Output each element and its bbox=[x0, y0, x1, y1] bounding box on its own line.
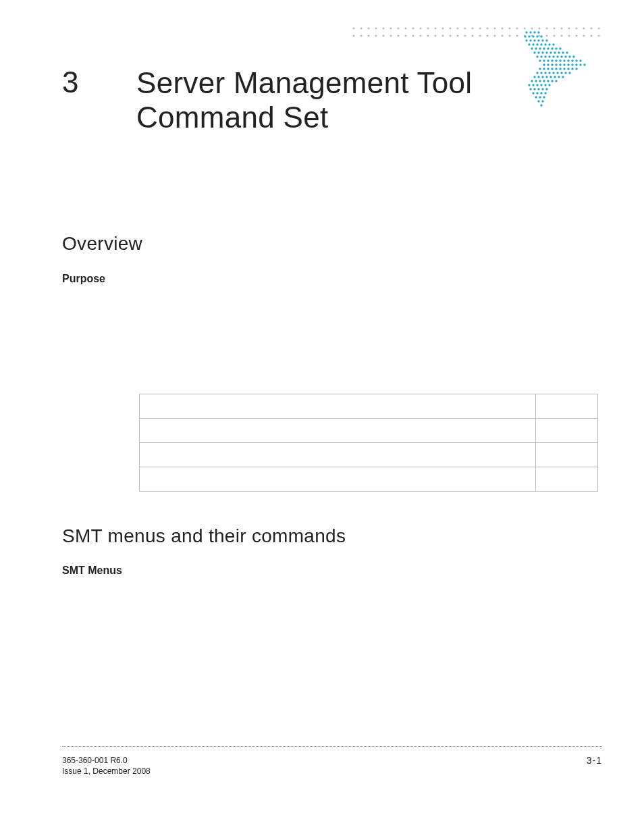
chapter-header: 3 Server Management Tool Command Set bbox=[62, 66, 602, 134]
svg-point-40 bbox=[397, 34, 399, 36]
svg-point-68 bbox=[525, 31, 527, 33]
svg-point-38 bbox=[382, 34, 384, 36]
chapter-number: 3 bbox=[62, 66, 136, 99]
footer-divider bbox=[62, 746, 602, 747]
svg-point-85 bbox=[536, 43, 538, 45]
svg-point-106 bbox=[566, 51, 568, 53]
svg-point-109 bbox=[544, 55, 546, 57]
svg-point-19 bbox=[493, 27, 495, 29]
table-row bbox=[140, 443, 598, 467]
svg-point-44 bbox=[427, 34, 429, 36]
subheading-purpose: Purpose bbox=[62, 273, 105, 285]
svg-point-3 bbox=[375, 27, 377, 29]
svg-point-83 bbox=[528, 43, 530, 45]
table-row bbox=[140, 419, 598, 443]
svg-point-9 bbox=[419, 27, 421, 29]
svg-point-99 bbox=[537, 51, 539, 53]
svg-point-82 bbox=[545, 39, 547, 41]
svg-point-123 bbox=[563, 59, 565, 61]
svg-point-118 bbox=[543, 59, 545, 61]
toc-page-cell bbox=[535, 443, 597, 467]
svg-point-121 bbox=[555, 59, 557, 61]
svg-point-84 bbox=[532, 43, 534, 45]
svg-point-47 bbox=[449, 34, 451, 36]
svg-point-100 bbox=[541, 51, 543, 53]
svg-point-48 bbox=[456, 34, 458, 36]
svg-point-77 bbox=[525, 39, 527, 41]
svg-point-78 bbox=[529, 39, 531, 41]
svg-point-110 bbox=[548, 55, 550, 57]
svg-point-26 bbox=[545, 27, 547, 29]
svg-point-41 bbox=[404, 34, 406, 36]
svg-point-80 bbox=[537, 39, 539, 41]
svg-point-115 bbox=[568, 55, 570, 57]
toc-title-cell bbox=[140, 443, 536, 467]
svg-point-81 bbox=[541, 39, 543, 41]
svg-point-93 bbox=[543, 47, 545, 49]
svg-point-27 bbox=[553, 27, 555, 29]
svg-point-76 bbox=[540, 35, 542, 37]
svg-point-89 bbox=[552, 43, 554, 45]
svg-point-65 bbox=[583, 34, 585, 36]
svg-point-122 bbox=[559, 59, 561, 61]
svg-point-49 bbox=[464, 34, 466, 36]
toc-title-cell bbox=[140, 394, 536, 419]
svg-point-96 bbox=[555, 47, 557, 49]
svg-point-10 bbox=[427, 27, 429, 29]
svg-point-53 bbox=[493, 34, 495, 36]
table-row bbox=[140, 394, 598, 419]
svg-point-103 bbox=[554, 51, 556, 53]
svg-point-30 bbox=[575, 27, 577, 29]
svg-point-32 bbox=[590, 27, 592, 29]
svg-point-8 bbox=[412, 27, 414, 29]
svg-point-114 bbox=[564, 55, 566, 57]
svg-point-0 bbox=[352, 27, 354, 29]
svg-point-36 bbox=[367, 34, 369, 36]
svg-point-24 bbox=[531, 27, 533, 29]
svg-point-34 bbox=[352, 34, 354, 36]
toc-page-cell bbox=[535, 467, 597, 492]
svg-point-33 bbox=[597, 27, 599, 29]
svg-point-79 bbox=[533, 39, 535, 41]
svg-point-63 bbox=[568, 34, 570, 36]
svg-point-29 bbox=[568, 27, 570, 29]
svg-point-39 bbox=[390, 34, 392, 36]
section-heading-overview: Overview bbox=[62, 233, 142, 255]
svg-point-15 bbox=[464, 27, 466, 29]
svg-point-70 bbox=[533, 31, 535, 33]
table-row bbox=[140, 467, 598, 492]
svg-point-2 bbox=[367, 27, 369, 29]
svg-point-116 bbox=[572, 55, 574, 57]
svg-point-71 bbox=[537, 31, 539, 33]
svg-point-108 bbox=[540, 55, 542, 57]
svg-point-54 bbox=[501, 34, 503, 36]
footer-issue: Issue 1, December 2008 bbox=[62, 766, 151, 777]
svg-point-43 bbox=[419, 34, 421, 36]
svg-point-7 bbox=[404, 27, 406, 29]
svg-point-61 bbox=[553, 34, 555, 36]
toc-title-cell bbox=[140, 467, 536, 492]
svg-point-97 bbox=[559, 47, 561, 49]
svg-point-117 bbox=[539, 59, 541, 61]
svg-point-124 bbox=[567, 59, 569, 61]
section-heading-smt: SMT menus and their commands bbox=[62, 525, 346, 547]
svg-point-11 bbox=[434, 27, 436, 29]
svg-point-59 bbox=[538, 34, 540, 36]
footer-doc-id: 365-360-001 R6.0 bbox=[62, 755, 151, 766]
svg-point-14 bbox=[456, 27, 458, 29]
svg-point-4 bbox=[382, 27, 384, 29]
svg-point-87 bbox=[544, 43, 546, 45]
svg-point-17 bbox=[479, 27, 481, 29]
svg-point-16 bbox=[471, 27, 473, 29]
svg-point-13 bbox=[449, 27, 451, 29]
svg-point-120 bbox=[551, 59, 553, 61]
svg-point-125 bbox=[571, 59, 573, 61]
svg-point-66 bbox=[590, 34, 592, 36]
svg-point-86 bbox=[540, 43, 542, 45]
svg-point-20 bbox=[501, 27, 503, 29]
svg-point-90 bbox=[531, 47, 533, 49]
svg-point-45 bbox=[434, 34, 436, 36]
svg-point-95 bbox=[551, 47, 553, 49]
toc-title-cell bbox=[140, 419, 536, 443]
toc-page-cell bbox=[535, 419, 597, 443]
